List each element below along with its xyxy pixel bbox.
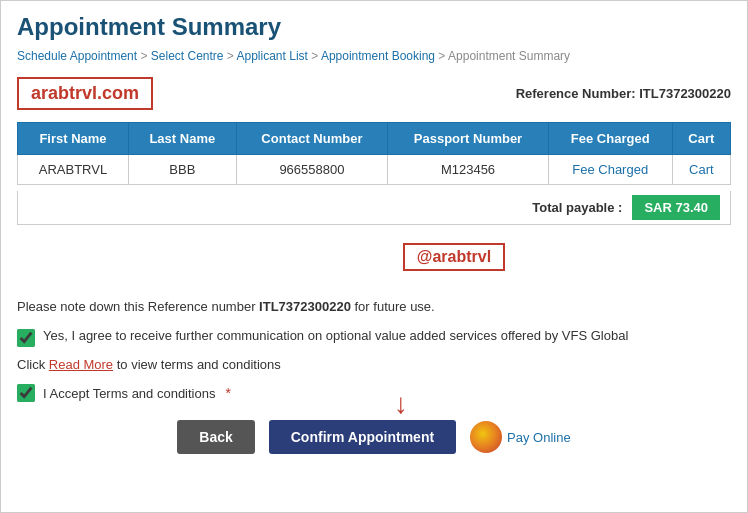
back-button[interactable]: Back [177, 420, 254, 454]
breadcrumb-booking[interactable]: Appointment Booking [321, 49, 435, 63]
col-passport: Passport Number [388, 123, 549, 155]
breadcrumb-applicant-list[interactable]: Applicant List [237, 49, 308, 63]
reference-number: Reference Number: ITL7372300220 [516, 86, 731, 101]
applicant-table: First Name Last Name Contact Number Pass… [17, 122, 731, 185]
pay-online-icon [470, 421, 502, 453]
cell-first-name: ARABTRVL [18, 155, 129, 185]
pay-online-label: Pay Online [507, 430, 571, 445]
button-section: Back Confirm Appointment Pay Online [17, 420, 731, 454]
cell-cart[interactable]: Cart [672, 155, 730, 185]
accept-terms-checkbox[interactable] [17, 384, 35, 402]
total-label: Total payable : [532, 200, 622, 215]
watermark-social: @arabtrvl [403, 243, 505, 271]
col-cart: Cart [672, 123, 730, 155]
breadcrumb-current: Appointment Summary [448, 49, 570, 63]
breadcrumb-schedule[interactable]: Schedule Appointment [17, 49, 137, 63]
total-amount: SAR 73.40 [632, 195, 720, 220]
arrow-hint: ↓ [394, 388, 408, 420]
cell-passport: M123456 [388, 155, 549, 185]
communication-label: Yes, I agree to receive further communic… [43, 328, 628, 343]
col-first-name: First Name [18, 123, 129, 155]
col-contact: Contact Number [236, 123, 388, 155]
required-indicator: * [225, 385, 230, 401]
accept-terms-label: I Accept Terms and conditions [43, 386, 215, 401]
confirm-appointment-button[interactable]: Confirm Appointment [269, 420, 456, 454]
accept-terms-row: I Accept Terms and conditions * [17, 384, 731, 402]
pay-online-button[interactable]: Pay Online [470, 421, 571, 453]
table-row: ARABTRVL BBB 966558800 M123456 Fee Charg… [18, 155, 731, 185]
cell-last-name: BBB [128, 155, 236, 185]
cell-fee[interactable]: Fee Charged [548, 155, 672, 185]
communication-checkbox-row: Yes, I agree to receive further communic… [17, 328, 731, 347]
col-fee: Fee Charged [548, 123, 672, 155]
page-title: Appointment Summary [17, 13, 731, 41]
breadcrumb-select-centre[interactable]: Select Centre [151, 49, 224, 63]
cell-contact: 966558800 [236, 155, 388, 185]
read-more-link[interactable]: Read More [49, 357, 113, 372]
terms-row: Click Read More to view terms and condit… [17, 357, 731, 372]
total-row: Total payable : SAR 73.40 [17, 191, 731, 225]
reference-note: Please note down this Reference number I… [17, 299, 731, 314]
watermark-logo: arabtrvl.com [17, 77, 153, 110]
communication-checkbox[interactable] [17, 329, 35, 347]
breadcrumb: Schedule Appointment > Select Centre > A… [17, 49, 731, 63]
col-last-name: Last Name [128, 123, 236, 155]
